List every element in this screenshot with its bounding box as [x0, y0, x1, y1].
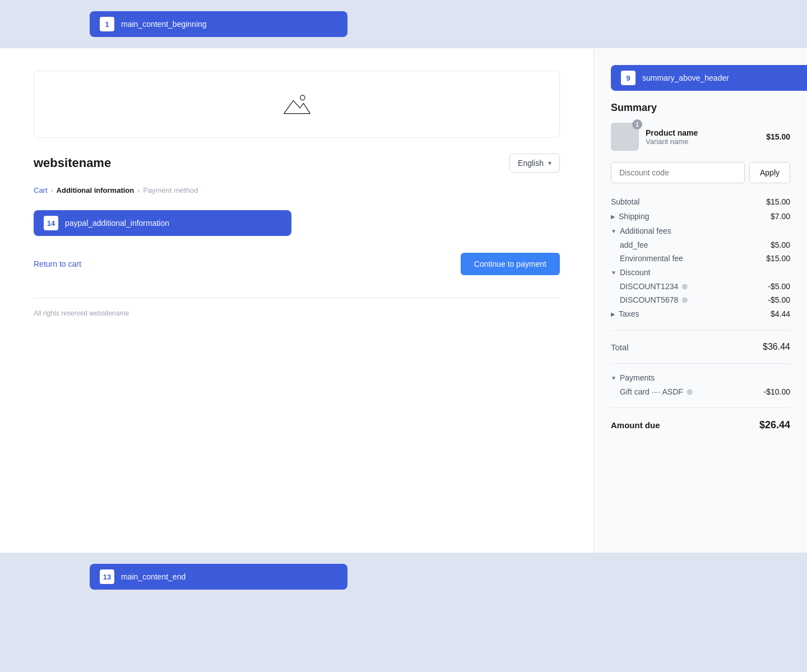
- shipping-value: $7.00: [771, 212, 790, 221]
- payments-collapse-icon[interactable]: ▼: [611, 375, 616, 381]
- environmental-fee-value: $15.00: [766, 254, 790, 263]
- logo-image-box: [34, 71, 560, 138]
- summary-title: Summary: [611, 102, 790, 114]
- amount-due-divider: [611, 407, 790, 408]
- footer-divider: [34, 298, 560, 298]
- discount1-label: DISCOUNT1234 ⊗: [620, 282, 688, 291]
- badge-number-13: 13: [100, 569, 114, 584]
- product-name: Product name: [646, 128, 759, 137]
- discount1-line: DISCOUNT1234 ⊗ -$5.00: [611, 280, 790, 293]
- product-info: Product name Variant name: [646, 128, 759, 146]
- discount1-value: -$5.00: [768, 282, 790, 291]
- top-bar: 1 main_content_beginning: [0, 0, 807, 48]
- discount2-code: DISCOUNT5678: [620, 295, 678, 304]
- additional-fees-collapse-icon[interactable]: ▼: [611, 228, 616, 234]
- add-fee-value: $5.00: [771, 240, 790, 249]
- language-selector[interactable]: English ▾: [509, 154, 560, 173]
- mountain-icon: [283, 93, 311, 115]
- breadcrumb-separator-1: ›: [51, 187, 53, 194]
- badge-label-paypal: paypal_additional_information: [65, 219, 169, 228]
- right-panel: 9 summary_above_header Summary 1 Product…: [594, 48, 807, 553]
- chevron-down-icon: ▾: [548, 159, 551, 167]
- footer-text: All rights reserved websitename: [34, 309, 560, 317]
- bottom-bar: 13 main_content_end: [0, 553, 807, 601]
- main-content-end-badge: 13 main_content_end: [90, 564, 347, 590]
- discount-code-input[interactable]: [611, 162, 745, 183]
- shipping-expand-icon[interactable]: ▶: [611, 214, 615, 220]
- total-row: Total $36.44: [611, 337, 790, 356]
- payments-section-label: ▼ Payments: [611, 373, 655, 382]
- badge-number-9: 9: [621, 71, 636, 85]
- discount2-line: DISCOUNT5678 ⊗ -$5.00: [611, 293, 790, 307]
- total-bottom-divider: [611, 363, 790, 364]
- discount2-label: DISCOUNT5678 ⊗: [620, 295, 688, 304]
- product-row: 1 Product name Variant name $15.00: [611, 123, 790, 151]
- additional-fees-label-text: Additional fees: [620, 226, 671, 235]
- gift-card-value: -$10.00: [764, 387, 790, 396]
- shipping-label-text: Shipping: [619, 212, 650, 221]
- breadcrumb-additional-info: Additional information: [57, 186, 134, 194]
- breadcrumb: Cart › Additional information › Payment …: [34, 186, 560, 194]
- paypal-badge-container: 14 paypal_additional_information: [34, 210, 560, 236]
- apply-discount-button[interactable]: Apply: [749, 162, 790, 183]
- amount-due-label: Amount due: [611, 420, 660, 430]
- store-name: websitename: [34, 156, 111, 170]
- breadcrumb-cart-link[interactable]: Cart: [34, 186, 48, 194]
- taxes-label-text: Taxes: [619, 309, 639, 318]
- store-header: websitename English ▾: [34, 154, 560, 173]
- environmental-fee-line: Environmental fee $15.00: [611, 252, 790, 265]
- badge-label-main-content-end: main_content_end: [121, 572, 185, 581]
- subtotal-label: Subtotal: [611, 197, 639, 206]
- gift-card-line: Gift card ···· ASDF ⊗ -$10.00: [611, 385, 790, 398]
- total-label: Total: [611, 342, 629, 352]
- taxes-line: ▶ Taxes $4.44: [611, 307, 790, 321]
- product-variant: Variant name: [646, 137, 759, 146]
- amount-due-row: Amount due $26.44: [611, 415, 790, 435]
- summary-badge-container: 9 summary_above_header: [611, 65, 790, 91]
- payments-label-text: Payments: [620, 373, 655, 382]
- badge-number-14: 14: [44, 216, 58, 230]
- discount1-remove-icon[interactable]: ⊗: [681, 282, 688, 291]
- continue-to-payment-button[interactable]: Continue to payment: [461, 253, 560, 275]
- discount-section-label: ▼ Discount: [611, 268, 650, 277]
- additional-fees-header: ▼ Additional fees: [611, 224, 790, 238]
- main-layout: websitename English ▾ Cart › Additional …: [0, 48, 807, 553]
- discount2-value: -$5.00: [768, 295, 790, 304]
- gift-card-text: Gift card ···· ASDF: [620, 387, 683, 396]
- badge-number-1: 1: [100, 17, 114, 31]
- summary-lines: Subtotal $15.00 ▶ Shipping $7.00 ▼ Addit…: [611, 194, 790, 321]
- add-fee-label: add_fee: [620, 240, 648, 249]
- discount-collapse-icon[interactable]: ▼: [611, 270, 616, 276]
- shipping-label: ▶ Shipping: [611, 212, 650, 221]
- language-value: English: [518, 159, 544, 168]
- taxes-expand-icon[interactable]: ▶: [611, 311, 615, 317]
- action-row: Return to cart Continue to payment: [34, 253, 560, 275]
- total-top-divider: [611, 330, 790, 331]
- product-price: $15.00: [766, 132, 790, 141]
- additional-fees-label: ▼ Additional fees: [611, 226, 671, 235]
- badge-label-main-content-beginning: main_content_beginning: [121, 20, 207, 29]
- svg-point-0: [300, 95, 304, 100]
- subtotal-line: Subtotal $15.00: [611, 194, 790, 209]
- shipping-line: ▶ Shipping $7.00: [611, 209, 790, 224]
- breadcrumb-separator-2: ›: [137, 187, 140, 194]
- return-to-cart-link[interactable]: Return to cart: [34, 259, 81, 268]
- left-panel: websitename English ▾ Cart › Additional …: [0, 48, 594, 553]
- taxes-label: ▶ Taxes: [611, 309, 639, 318]
- summary-above-header-badge: 9 summary_above_header: [611, 65, 807, 91]
- paypal-additional-info-badge: 14 paypal_additional_information: [34, 210, 291, 236]
- total-value: $36.44: [763, 342, 790, 352]
- breadcrumb-payment-method: Payment method: [143, 186, 198, 194]
- gift-card-remove-icon[interactable]: ⊗: [687, 387, 693, 396]
- environmental-fee-label: Environmental fee: [620, 254, 683, 263]
- discount-label-text: Discount: [620, 268, 650, 277]
- discount2-remove-icon[interactable]: ⊗: [681, 295, 688, 304]
- product-image: 1: [611, 123, 639, 151]
- gift-card-label: Gift card ···· ASDF ⊗: [620, 387, 693, 396]
- taxes-value: $4.44: [771, 309, 790, 318]
- subtotal-value: $15.00: [766, 197, 790, 206]
- payments-header: ▼ Payments: [611, 370, 790, 385]
- add-fee-line: add_fee $5.00: [611, 238, 790, 252]
- amount-due-value: $26.44: [759, 419, 790, 431]
- product-quantity-badge: 1: [632, 119, 642, 129]
